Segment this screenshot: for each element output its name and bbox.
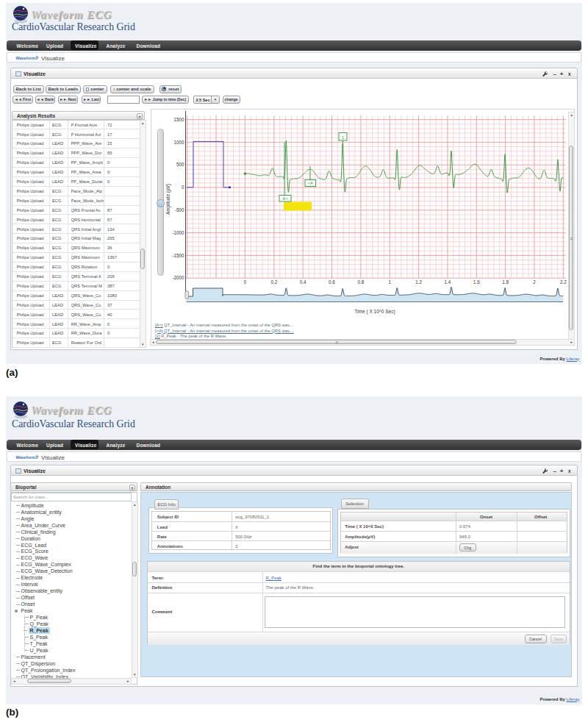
svg-text:0.6: 0.6 [329,279,335,285]
svg-text:1: 1 [388,279,391,285]
svg-text:0.2: 0.2 [270,279,277,285]
svg-text:-500: -500 [175,207,184,213]
svg-text:1500: 1500 [173,117,184,122]
svg-text:1.8: 1.8 [502,279,509,285]
svg-text:-1500: -1500 [172,253,184,258]
svg-text:1.6: 1.6 [473,279,480,285]
svg-text:500: 500 [176,162,184,167]
svg-text:1.4: 1.4 [445,279,451,285]
svg-text:2: 2 [533,279,536,285]
svg-text:A>: A> [283,196,288,201]
svg-text:Time ( X 10^0 Sec): Time ( X 10^0 Sec) [354,309,395,315]
svg-text:0: 0 [244,279,247,285]
svg-text:Amplitude (μV): Amplitude (μV) [165,184,171,215]
svg-text:1: 1 [342,135,344,140]
svg-text:0.4: 0.4 [300,279,306,285]
svg-text:0: 0 [182,185,184,190]
svg-text:0.8: 0.8 [357,279,364,285]
svg-text:<A: <A [308,181,313,185]
svg-text:-2000: -2000 [172,275,184,280]
svg-text:-1000: -1000 [172,230,184,235]
svg-text:1000: 1000 [173,140,184,145]
svg-text:2.2: 2.2 [560,279,567,285]
svg-text:1.2: 1.2 [415,279,422,285]
